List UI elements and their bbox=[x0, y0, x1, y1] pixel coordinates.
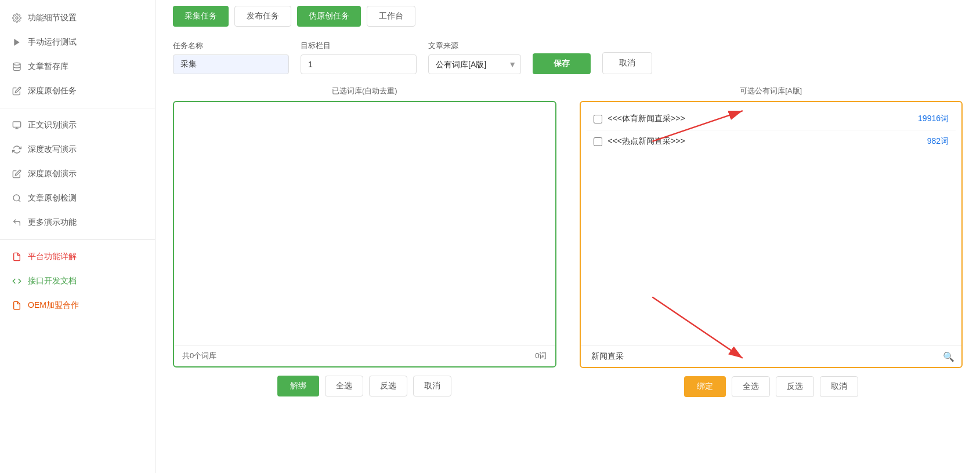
left-select-all-button[interactable]: 全选 bbox=[325, 376, 363, 396]
article-source-group: 文章来源 公有词库[A版] 私有词库 自定义 ▼ bbox=[428, 41, 521, 74]
sidebar-item-label: 深度原创演示 bbox=[28, 169, 77, 179]
monitor-icon bbox=[12, 120, 22, 130]
sidebar-item-text-recognition[interactable]: 正文识别演示 bbox=[0, 113, 155, 137]
article-source-select-wrapper: 公有词库[A版] 私有词库 自定义 ▼ bbox=[428, 54, 521, 74]
sidebar-item-label: 文章暂存库 bbox=[28, 61, 68, 72]
svg-point-0 bbox=[16, 17, 18, 19]
play-icon bbox=[12, 37, 22, 48]
sidebar-item-label: 深度原创任务 bbox=[28, 86, 77, 96]
gear-icon bbox=[12, 13, 22, 23]
sidebar-item-platform-detail[interactable]: 平台功能详解 bbox=[0, 245, 155, 269]
btn-collection-task[interactable]: 采集任务 bbox=[173, 6, 229, 27]
svg-point-6 bbox=[13, 195, 20, 201]
left-panel-words: 0词 bbox=[535, 351, 547, 361]
unbind-button[interactable]: 解绑 bbox=[277, 376, 319, 396]
left-cancel-button[interactable]: 取消 bbox=[413, 376, 451, 396]
share-icon bbox=[12, 217, 22, 228]
article-source-select[interactable]: 公有词库[A版] 私有词库 自定义 bbox=[428, 54, 521, 74]
left-panel: 已选词库(自动去重) 共0个词库 0词 解绑 全选 反选 bbox=[173, 86, 556, 396]
right-select-all-button[interactable]: 全选 bbox=[732, 376, 770, 397]
vocab-name-sports: <<<体育新闻直采>>> bbox=[608, 114, 913, 124]
search-icon[interactable]: 🔍 bbox=[943, 351, 954, 362]
sidebar-item-oem[interactable]: OEM加盟合作 bbox=[0, 293, 155, 318]
main-content: 采集任务 发布任务 伪原创任务 工作台 任务名称 目标栏目 文章来源 公有词库[… bbox=[156, 0, 980, 473]
sidebar-item-label: OEM加盟合作 bbox=[28, 300, 79, 311]
vocab-name-hot: <<<热点新闻直采>>> bbox=[608, 136, 921, 147]
vocab-count-sports: 19916词 bbox=[918, 114, 949, 124]
target-column-group: 目标栏目 bbox=[301, 41, 417, 74]
sidebar-item-article-cache[interactable]: 文章暂存库 bbox=[0, 54, 155, 79]
left-panel-count: 共0个词库 bbox=[182, 351, 216, 361]
sidebar-item-label: 深度改写演示 bbox=[28, 144, 77, 155]
right-panel-footer: 🔍 bbox=[581, 345, 962, 367]
code-icon bbox=[12, 276, 22, 286]
sidebar-item-label: 更多演示功能 bbox=[28, 217, 77, 228]
target-column-label: 目标栏目 bbox=[301, 41, 417, 51]
left-panel-title: 已选词库(自动去重) bbox=[173, 86, 556, 96]
edit-icon bbox=[12, 86, 22, 96]
svg-point-2 bbox=[13, 63, 20, 65]
bind-button[interactable]: 绑定 bbox=[684, 376, 726, 397]
right-panel-inner: <<<体育新闻直采>>> 19916词 <<<热点新闻直采>>> 982词 bbox=[581, 102, 962, 345]
doc2-icon bbox=[12, 300, 22, 311]
right-invert-button[interactable]: 反选 bbox=[776, 376, 814, 397]
right-panel-buttons: 绑定 全选 反选 取消 bbox=[580, 376, 963, 397]
sidebar-item-label: 手动运行测试 bbox=[28, 37, 77, 48]
right-search-input[interactable] bbox=[588, 350, 943, 363]
save-button[interactable]: 保存 bbox=[533, 53, 591, 74]
article-source-label: 文章来源 bbox=[428, 41, 521, 51]
sidebar-item-manual-run[interactable]: 手动运行测试 bbox=[0, 30, 155, 54]
sidebar-item-original-detect[interactable]: 文章原创检测 bbox=[0, 186, 155, 210]
sidebar-item-label: 功能细节设置 bbox=[28, 13, 77, 23]
target-column-input[interactable] bbox=[301, 54, 417, 74]
btn-workbench[interactable]: 工作台 bbox=[367, 6, 415, 27]
top-buttons-row: 采集任务 发布任务 伪原创任务 工作台 bbox=[173, 0, 963, 32]
right-panel-box: <<<体育新闻直采>>> 19916词 <<<热点新闻直采>>> 982词 bbox=[580, 101, 963, 368]
task-name-label: 任务名称 bbox=[173, 41, 289, 51]
cancel-button[interactable]: 取消 bbox=[602, 52, 652, 74]
vocab-count-hot: 982词 bbox=[927, 136, 949, 147]
sidebar-divider-2 bbox=[0, 239, 155, 240]
left-panel-box: 共0个词库 0词 bbox=[173, 101, 556, 368]
edit2-icon bbox=[12, 169, 22, 179]
sidebar-item-deep-rewrite[interactable]: 深度改写演示 bbox=[0, 137, 155, 162]
sidebar-item-deep-original[interactable]: 深度原创任务 bbox=[0, 79, 155, 103]
search-icon bbox=[12, 193, 22, 203]
svg-rect-3 bbox=[13, 122, 20, 127]
sidebar-item-label: 正文识别演示 bbox=[28, 120, 77, 130]
sidebar-item-label: 接口开发文档 bbox=[28, 276, 77, 286]
left-panel-inner bbox=[174, 102, 555, 345]
btn-publish-task[interactable]: 发布任务 bbox=[234, 6, 291, 27]
database-icon bbox=[12, 61, 22, 72]
svg-marker-1 bbox=[14, 39, 19, 46]
refresh-icon bbox=[12, 144, 22, 155]
left-panel-footer: 共0个词库 0词 bbox=[174, 345, 555, 366]
form-row: 任务名称 目标栏目 文章来源 公有词库[A版] 私有词库 自定义 ▼ 保存 bbox=[173, 32, 963, 86]
vocab-checkbox-sports[interactable] bbox=[594, 115, 602, 123]
doc-icon bbox=[12, 252, 22, 262]
sidebar-item-feature-settings[interactable]: 功能细节设置 bbox=[0, 6, 155, 30]
svg-line-7 bbox=[19, 200, 20, 202]
right-panel: 可选公有词库[A版] <<<体育新闻直采>>> 19916词 <<<热点新闻直采… bbox=[580, 86, 963, 397]
left-invert-button[interactable]: 反选 bbox=[369, 376, 407, 396]
right-cancel-button[interactable]: 取消 bbox=[820, 376, 858, 397]
sidebar-item-label: 平台功能详解 bbox=[28, 252, 77, 262]
vocab-checkbox-hot[interactable] bbox=[594, 137, 602, 146]
vocab-item-sports: <<<体育新闻直采>>> 19916词 bbox=[587, 108, 956, 130]
sidebar-item-label: 文章原创检测 bbox=[28, 193, 77, 203]
right-panel-title: 可选公有词库[A版] bbox=[580, 86, 963, 96]
left-panel-buttons: 解绑 全选 反选 取消 bbox=[173, 376, 556, 396]
sidebar-divider bbox=[0, 108, 155, 108]
sidebar-item-more-demo[interactable]: 更多演示功能 bbox=[0, 210, 155, 235]
task-name-input[interactable] bbox=[173, 54, 289, 74]
sidebar-item-deep-original-demo[interactable]: 深度原创演示 bbox=[0, 162, 155, 186]
btn-pseudo-original[interactable]: 伪原创任务 bbox=[297, 6, 361, 27]
sidebar-item-api-doc[interactable]: 接口开发文档 bbox=[0, 269, 155, 293]
sidebar: 功能细节设置 手动运行测试 文章暂存库 深度原创任务 正文识别演示 bbox=[0, 0, 156, 473]
task-name-group: 任务名称 bbox=[173, 41, 289, 74]
vocab-item-hot: <<<热点新闻直采>>> 982词 bbox=[587, 130, 956, 152]
panels-wrapper: 已选词库(自动去重) 共0个词库 0词 解绑 全选 反选 bbox=[173, 86, 963, 397]
